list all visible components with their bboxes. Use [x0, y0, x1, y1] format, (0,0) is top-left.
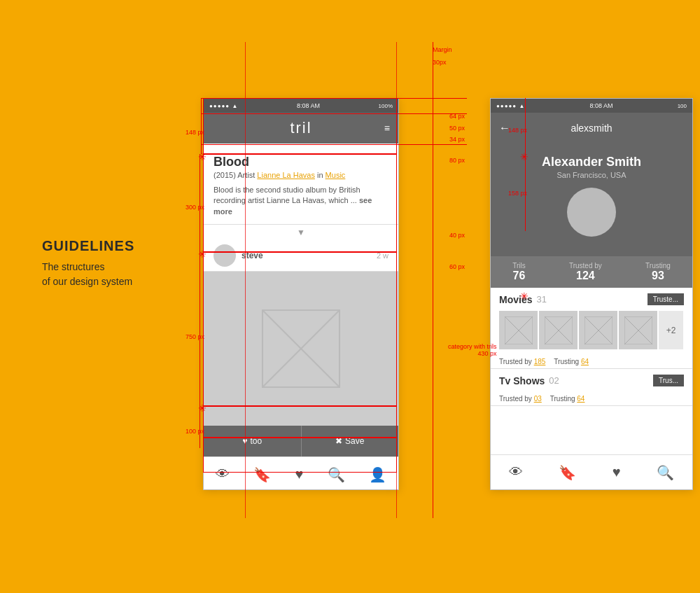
signal-dots: ●●●●● ▲ [209, 103, 238, 109]
thumb-4 [619, 311, 657, 349]
profile-header: Alexander Smith San Francisco, USA [491, 144, 692, 256]
artist-link[interactable]: Lianne La Havas [257, 171, 315, 179]
tvshows-title: Tv Shows [499, 375, 545, 386]
i-too-label: too [250, 436, 262, 446]
time-left: 8:08 AM [297, 102, 320, 109]
save-label: Save [345, 436, 364, 446]
save-button[interactable]: ✖ Save [302, 426, 399, 456]
movies-trusted-row: Trusted by 185 Trusting 64 [491, 355, 692, 368]
guidelines-title: GUIDELINES [42, 238, 134, 254]
back-icon[interactable]: ← [499, 122, 510, 134]
tvshows-trusting-link[interactable]: 64 [577, 395, 584, 403]
tab-r-search-icon[interactable]: 🔍 [657, 464, 674, 481]
music-link[interactable]: Music [326, 171, 346, 179]
movies-trust-button[interactable]: Truste... [648, 293, 684, 305]
thumb-1 [499, 311, 538, 349]
tvshows-trust-button[interactable]: Trus... [653, 375, 684, 386]
commenter-name: steve [241, 251, 263, 260]
tab-bar-left: 👁 🔖 ♥ 🔍 👤 [204, 456, 398, 490]
signal-dots-right: ●●●●● ▲ [496, 103, 525, 109]
movies-thumbnails: +2 [491, 311, 692, 355]
stat-trusting: Trusting 93 [645, 262, 671, 282]
phone-right: ●●●●● ▲ 8:08 AM 100 ← alexsmith Alexande… [490, 98, 693, 490]
comment-section: steve 2 w [204, 240, 398, 272]
stat-trils: Trils 76 [512, 262, 526, 282]
chevron-down-icon: ▼ [204, 225, 398, 240]
tab-bookmark-icon[interactable]: 🔖 [253, 466, 271, 483]
trils-value: 76 [512, 270, 526, 282]
battery-right: 100 [678, 103, 687, 109]
tvshows-header: Tv Shows 02 Trus... [491, 369, 692, 392]
phone-left: ●●●●● ▲ 8:08 AM 100% tril ≡ Blood (2015)… [203, 98, 399, 490]
nav-bar-left: tril ≡ [204, 113, 398, 144]
movies-header: Movies 31 Truste... [491, 288, 692, 311]
comment-time: 2 w [377, 251, 388, 260]
i-too-button[interactable]: ♥ too [204, 426, 302, 456]
trils-label: Trils [512, 262, 526, 270]
thumb-3 [579, 311, 617, 349]
profile-stats: Trils 76 Trusted by 124 Trusting 93 [491, 256, 692, 288]
status-bar-right: ●●●●● ▲ 8:08 AM 100 [491, 99, 692, 113]
trusted-by-label: Trusted by [569, 262, 602, 270]
tab-r-bookmark-icon[interactable]: 🔖 [559, 464, 576, 481]
x-icon: ✖ [335, 436, 342, 446]
tvshows-trusted-row: Trusted by 03 Trusting 64 [491, 392, 692, 405]
avatar [214, 244, 236, 267]
tvshows-category: Tv Shows 02 Trus... Trusted by 03 Trusti… [491, 369, 692, 406]
action-bar: ♥ too ✖ Save [204, 426, 398, 456]
trusting-label: Trusting [645, 262, 671, 270]
tril-description: Blood is the second studio album by Brit… [214, 185, 388, 217]
tvshows-count: 02 [549, 375, 559, 386]
tab-bar-right: 👁 🔖 ♥ 🔍 [491, 454, 692, 489]
tril-meta: (2015) Artist Lianne La Havas in Music [214, 171, 388, 179]
profile-username: alexsmith [570, 123, 612, 134]
tab-r-heart-icon[interactable]: ♥ [612, 464, 621, 480]
tvshows-trusted-link[interactable]: 03 [534, 395, 542, 403]
movies-category: Movies 31 Truste... +2 Trusted by 185 Tr… [491, 288, 692, 369]
tril-title: Blood [214, 155, 388, 169]
trusting-value: 93 [645, 270, 671, 282]
tab-search-icon[interactable]: 🔍 [328, 466, 345, 483]
tab-r-discover-icon[interactable]: 👁 [509, 464, 523, 480]
thumb-2 [539, 311, 578, 349]
menu-icon[interactable]: ≡ [384, 123, 390, 134]
status-bar-left: ●●●●● ▲ 8:08 AM 100% [204, 99, 398, 113]
movies-count: 31 [536, 294, 546, 305]
profile-name: Alexander Smith [502, 155, 681, 169]
guidelines-description: The structures of our design system [42, 260, 134, 289]
tab-profile-icon[interactable]: 👤 [369, 466, 386, 483]
battery-left: 100% [379, 103, 393, 109]
movies-title: Movies [499, 294, 532, 305]
see-more-link[interactable]: see more [214, 196, 372, 215]
movies-trusting-link[interactable]: 64 [581, 358, 589, 365]
trusted-by-value: 124 [569, 270, 602, 282]
stat-trusted-by: Trusted by 124 [569, 262, 602, 282]
time-right: 8:08 AM [589, 102, 612, 109]
app-title: tril [290, 119, 312, 137]
profile-location: San Francisco, USA [502, 171, 681, 179]
avatar-large [567, 188, 616, 237]
nav-bar-right: ← alexsmith [491, 113, 692, 144]
thumb-plus: +2 [659, 311, 683, 349]
heart-icon: ♥ [242, 436, 247, 446]
image-placeholder [204, 272, 398, 426]
guidelines-section: GUIDELINES The structures of our design … [42, 238, 134, 289]
movies-trusted-link[interactable]: 185 [534, 358, 546, 365]
tab-heart-icon[interactable]: ♥ [295, 466, 304, 482]
tril-info: Blood (2015) Artist Lianne La Havas in M… [204, 144, 398, 225]
tab-discover-icon[interactable]: 👁 [216, 466, 230, 482]
